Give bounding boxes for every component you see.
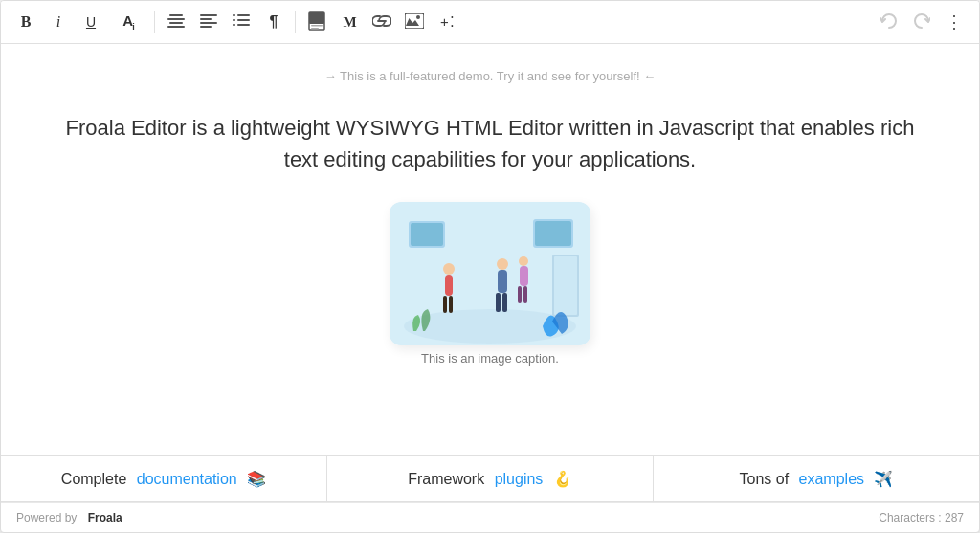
insert-table-button[interactable]: M <box>334 7 365 37</box>
italic-icon: i <box>56 13 60 31</box>
svg-rect-3 <box>167 26 185 28</box>
svg-rect-32 <box>449 296 453 313</box>
brand-name: Froala <box>88 511 122 524</box>
svg-rect-9 <box>237 14 250 16</box>
char-count: Characters : 287 <box>879 511 964 524</box>
link-item-examples[interactable]: Tons of examples ✈️ <box>654 456 979 501</box>
svg-rect-30 <box>445 275 453 296</box>
svg-rect-13 <box>237 24 250 26</box>
editor-container: B i U Ai ¶ <box>0 0 980 533</box>
insert-file-button[interactable] <box>399 7 430 37</box>
svg-rect-5 <box>200 18 212 20</box>
link-examples[interactable]: examples <box>799 471 864 488</box>
link-item-plugins[interactable]: Framework plugins 🪝 <box>327 456 654 501</box>
link-item-documentation[interactable]: Complete documentation 📚 <box>1 456 327 501</box>
toolbar-separator-2 <box>295 11 296 33</box>
insert-table-icon: M <box>343 14 355 31</box>
image-block: This is an image caption. <box>58 202 922 366</box>
svg-rect-15 <box>309 12 324 24</box>
font-size-button[interactable]: Ai <box>108 7 148 37</box>
link-plugins[interactable]: plugins <box>495 471 544 488</box>
more-button[interactable]: +⁚ <box>432 7 464 37</box>
insert-link-button[interactable] <box>367 7 397 37</box>
svg-rect-7 <box>200 26 212 28</box>
svg-rect-2 <box>169 22 183 24</box>
svg-rect-16 <box>311 25 323 27</box>
svg-rect-24 <box>411 223 443 246</box>
svg-rect-0 <box>169 14 183 16</box>
paragraph-icon: ¶ <box>270 13 278 31</box>
svg-rect-34 <box>498 270 507 293</box>
insert-file-icon <box>405 13 424 32</box>
underline-button[interactable]: U <box>76 7 106 37</box>
svg-rect-8 <box>233 14 235 16</box>
svg-rect-4 <box>200 14 217 16</box>
svg-rect-1 <box>167 18 185 20</box>
font-size-icon: Ai <box>122 12 133 32</box>
underline-icon: U <box>86 14 96 30</box>
link-emoji-3: ✈️ <box>870 470 893 488</box>
insert-link-icon <box>372 14 391 30</box>
link-emoji-1: 📚 <box>243 470 266 488</box>
editor-footer: Powered by Froala Characters : 287 <box>1 502 979 532</box>
demo-banner: → This is a full-featured demo. Try it a… <box>58 63 922 89</box>
more-icon: +⁚ <box>440 13 456 31</box>
list-icon <box>233 14 250 31</box>
align-center-icon <box>167 14 185 31</box>
svg-rect-38 <box>520 266 528 286</box>
menu-button[interactable]: ⋮ <box>939 7 969 37</box>
toolbar-separator-1 <box>154 11 155 33</box>
link-emoji-2: 🪝 <box>548 470 571 488</box>
bold-icon: B <box>21 13 32 31</box>
toolbar: B i U Ai ¶ <box>1 1 979 44</box>
svg-rect-28 <box>554 256 577 315</box>
svg-point-37 <box>519 256 528 266</box>
svg-rect-40 <box>523 286 527 303</box>
link-prefix-1: Complete <box>61 471 131 488</box>
paragraph-button[interactable]: ¶ <box>258 7 289 37</box>
links-row: Complete documentation 📚 Framework plugi… <box>1 455 979 502</box>
demo-banner-text: → This is a full-featured demo. Try it a… <box>324 69 657 83</box>
svg-rect-17 <box>311 28 319 30</box>
footer-brand: Powered by Froala <box>16 511 122 524</box>
align-center-button[interactable] <box>161 7 191 37</box>
undo-button[interactable] <box>874 7 904 37</box>
svg-rect-36 <box>502 293 507 312</box>
svg-rect-11 <box>237 19 250 21</box>
menu-icon: ⋮ <box>946 13 963 31</box>
image-caption: This is an image caption. <box>421 351 559 366</box>
insert-image-button[interactable] <box>301 7 332 37</box>
list-button[interactable] <box>226 7 256 37</box>
powered-by-text: Powered by <box>16 511 77 524</box>
link-prefix-3: Tons of <box>740 471 793 488</box>
link-documentation[interactable]: documentation <box>137 471 237 488</box>
editor-content[interactable]: → This is a full-featured demo. Try it a… <box>1 44 979 455</box>
align-left-button[interactable] <box>193 7 224 37</box>
undo-icon <box>880 13 898 32</box>
image-placeholder[interactable] <box>390 202 590 345</box>
redo-icon <box>913 13 930 32</box>
insert-image-icon <box>308 11 325 33</box>
svg-rect-26 <box>535 221 571 246</box>
svg-rect-6 <box>200 22 217 24</box>
align-left-icon <box>200 14 217 31</box>
svg-rect-39 <box>518 286 522 303</box>
svg-point-20 <box>416 15 420 19</box>
link-prefix-2: Framework <box>408 471 488 488</box>
toolbar-right: ⋮ <box>874 7 969 37</box>
svg-rect-12 <box>233 24 235 26</box>
svg-point-29 <box>443 263 455 275</box>
italic-button[interactable]: i <box>43 7 74 37</box>
redo-button[interactable] <box>906 7 937 37</box>
svg-rect-35 <box>496 293 501 312</box>
bold-button[interactable]: B <box>11 7 41 37</box>
svg-rect-10 <box>233 19 235 21</box>
svg-point-33 <box>497 258 508 270</box>
svg-rect-31 <box>443 296 447 313</box>
editor-heading[interactable]: Froala Editor is a lightweight WYSIWYG H… <box>58 112 922 175</box>
